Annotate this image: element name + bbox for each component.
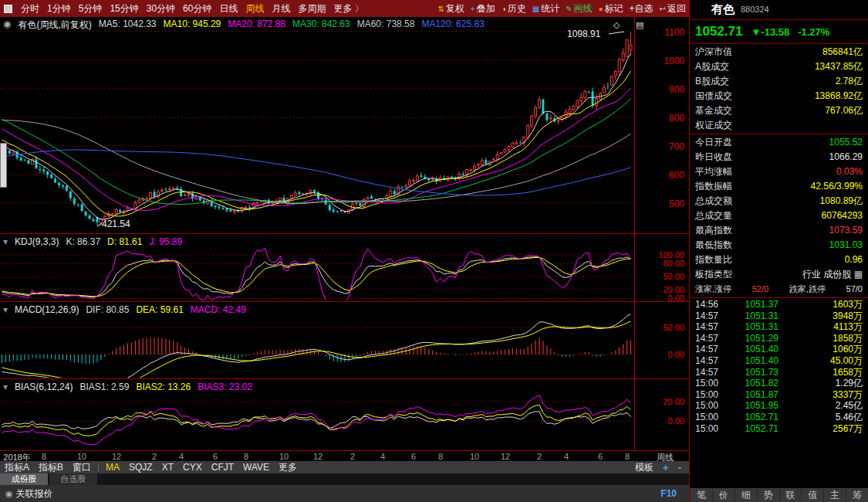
x-axis-label: 8 (42, 452, 46, 461)
index-stat-row: 总成交量60764293 (690, 209, 868, 223)
indicator-tab-MA[interactable]: MA (101, 461, 124, 473)
toolbar-button-复权[interactable]: ⇅复权 (434, 2, 467, 15)
index-stat-row: 指数振幅42.56/3.99% (690, 179, 868, 194)
stat-value: 0.96 (845, 253, 863, 267)
indicator-panel-tab-指标A[interactable]: 指标A (0, 461, 34, 473)
x-axis-label: 6 (411, 452, 416, 461)
list-icon[interactable]: ▦ (854, 269, 863, 280)
quote-tab-细[interactable]: 细 (735, 488, 757, 502)
tick-row: 14:571051.731658万 (690, 367, 868, 378)
period-tab-更多 〉[interactable]: 更多 〉 (329, 0, 367, 17)
period-tab-多周期[interactable]: 多周期 (294, 0, 329, 17)
period-tab-15分钟[interactable]: 15分钟 (106, 0, 142, 17)
stat-value: 1055.52 (829, 135, 863, 150)
window-icon[interactable] (4, 5, 12, 13)
toolbar-button-统计[interactable]: ▦统计 (529, 2, 562, 15)
x-axis-label: 2 (152, 452, 157, 461)
toolbar-button-画线[interactable]: ✎画线 (562, 2, 595, 15)
indicator-tab-XT[interactable]: XT (157, 461, 178, 473)
stat-label: 指数振幅 (695, 179, 732, 194)
stat-value: 13437.85亿 (815, 59, 863, 74)
index-stat-row: 最高指数1073.59 (690, 223, 868, 238)
quote-tab-价[interactable]: 价 (712, 488, 735, 502)
quote-tab-筹[interactable]: 筹 (846, 488, 868, 502)
tick-time: 15:00 (695, 412, 728, 423)
tick-price: 1051.31 (728, 310, 778, 322)
stat-label: 平均涨幅 (695, 165, 732, 179)
market-stat-row: A股成交13437.85亿 (690, 59, 868, 74)
indicator-tab-更多[interactable]: 更多 (274, 461, 302, 473)
toolbar-button-历史[interactable]: ◑历史 (498, 2, 529, 15)
tick-price: 1051.37 (728, 299, 778, 310)
quote-tab-笔[interactable]: 笔 (690, 488, 712, 502)
quote-header: 有色 880324 (690, 0, 868, 19)
down-count: 57/0 (846, 282, 863, 297)
toolbar-button-+自选[interactable]: +自选 (627, 2, 657, 15)
stat-label: 最高指数 (695, 223, 732, 238)
tick-row: 14:571051.401060万 (690, 344, 868, 355)
period-tab-日线[interactable]: 日线 (215, 0, 241, 17)
tick-row: 14:561051.371603万 (690, 299, 868, 310)
tick-time: 14:57 (695, 321, 728, 333)
period-tab-月线[interactable]: 月线 (268, 0, 294, 17)
indicator-panel-tab-窗口[interactable]: 窗口 (68, 461, 96, 473)
tick-row: 14:571051.291858万 (690, 333, 868, 344)
stat-label: 板指类型 (695, 267, 732, 282)
indicator-tab-SQJZ[interactable]: SQJZ (124, 461, 157, 473)
period-tab-分时[interactable]: 分时 (17, 0, 43, 17)
template-button[interactable]: 模板 (630, 461, 658, 473)
stat-value: 1066.29 (829, 150, 863, 165)
stock-list-tab-成份股[interactable]: 成份股 (0, 473, 48, 485)
tick-time: 15:00 (695, 389, 728, 401)
stock-name: 有色 (711, 2, 735, 17)
chart-area: 11001000900800700600500100.0080.0050.002… (0, 17, 689, 502)
index-stat-row: 昨日收盘1066.29 (690, 150, 868, 165)
stat-value: 1080.89亿 (820, 194, 863, 209)
tick-row: 15:001051.873337万 (690, 389, 868, 401)
x-axis-label: 8 (625, 452, 630, 461)
tick-volume: 1858万 (833, 333, 863, 344)
linked-quote[interactable]: ◉ 关联报价 (5, 487, 53, 500)
period-tab-30分钟[interactable]: 30分钟 (143, 0, 179, 17)
stock-tabs: 成份股自选股 (0, 473, 689, 485)
tick-time: 14:56 (695, 299, 728, 310)
period-tab-1分钟[interactable]: 1分钟 (43, 0, 75, 17)
board-type-row: 板指类型行业 成份股 ▦ (690, 267, 868, 282)
price-row: 1052.71 ▼-13.58 -1.27% (690, 21, 868, 42)
tick-volume: 2.45亿 (836, 400, 863, 412)
tick-time: 14:57 (695, 355, 728, 367)
tick-list[interactable]: 14:561051.371603万14:571051.313948万14:571… (690, 299, 868, 434)
indicator-panel-tab-指标B[interactable]: 指标B (34, 461, 68, 473)
quote-tab-势[interactable]: 势 (757, 488, 779, 502)
add-panel-button[interactable]: + (658, 462, 674, 473)
stat-label: 昨日收盘 (695, 150, 732, 165)
toolbar-label: 画线 (574, 2, 593, 15)
stat-value: 42.56/3.99% (811, 179, 863, 194)
tick-volume: 1060万 (833, 344, 863, 355)
quote-tab-联[interactable]: 联 (779, 488, 802, 502)
market-stat-row: 沪深市值856841亿 (690, 45, 868, 59)
stat-label: 总成交额 (695, 194, 732, 209)
f10-button[interactable]: F10 (660, 488, 677, 499)
toolbar-button-叠加[interactable]: +叠加 (468, 2, 498, 15)
toolbar-button-标记[interactable]: ●标记 (596, 2, 627, 15)
target-icon: ◉ (5, 489, 13, 499)
topbar: 分时1分钟5分钟15分钟30分钟60分钟日线周线月线多周期更多 〉 ⇅复权+叠加… (0, 0, 689, 17)
tick-row: 15:001051.952.45亿 (690, 400, 868, 412)
indicator-tab-CFJT[interactable]: CFJT (207, 461, 238, 473)
indicator-tab-WAVE[interactable]: WAVE (238, 461, 274, 473)
remove-panel-button[interactable]: - (674, 462, 686, 473)
period-tab-5分钟[interactable]: 5分钟 (75, 0, 106, 17)
period-tab-周线[interactable]: 周线 (241, 0, 268, 17)
stat-label: B股成交 (695, 74, 729, 89)
period-tab-60分钟[interactable]: 60分钟 (179, 0, 215, 17)
indicator-tab-CYX[interactable]: CYX (178, 461, 207, 473)
tick-row: 14:571051.313948万 (690, 310, 868, 322)
toolbar-button-返回[interactable]: ↩返回 (657, 2, 689, 15)
toolbar-label: 叠加 (477, 2, 495, 15)
stock-list-tab-自选股[interactable]: 自选股 (49, 473, 97, 485)
price-change-pct: -1.27% (798, 26, 829, 38)
quote-tab-主[interactable]: 主 (823, 488, 846, 502)
main-chart-svg[interactable] (0, 17, 689, 452)
quote-tab-值[interactable]: 值 (801, 488, 823, 502)
